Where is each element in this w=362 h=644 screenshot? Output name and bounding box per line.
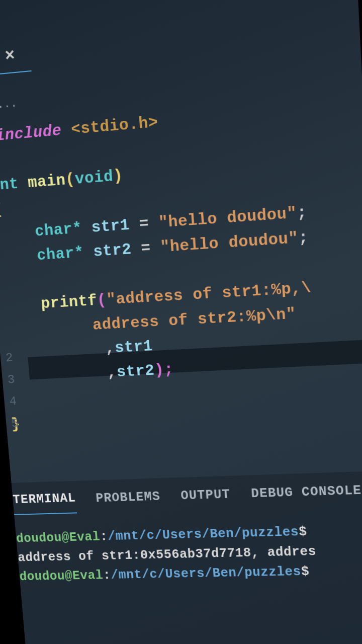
int-keyword: int <box>0 175 19 195</box>
void-keyword: void <box>74 167 114 188</box>
str2-var: str2 <box>93 240 132 261</box>
line-number: 3 <box>0 369 16 391</box>
tab-problems[interactable]: PROBLEMS <box>95 490 161 513</box>
line-number: 4 <box>1 390 18 413</box>
tab-output[interactable]: OUTPUT <box>180 487 231 510</box>
close-icon[interactable]: × <box>4 45 16 66</box>
line-number: 2 <box>0 347 14 369</box>
terminal-panel: TERMINAL PROBLEMS OUTPUT DEBUG CONSOLE d… <box>12 471 362 644</box>
code-editor[interactable]: › ... #include <stdio.h> int main(void) … <box>0 71 319 436</box>
line-number: 5 <box>3 413 20 435</box>
open-brace: { <box>0 200 3 219</box>
main-function: main <box>27 171 66 192</box>
printf-function: printf <box>40 292 98 313</box>
editor-window: p × › ... › ... #include <stdio.h> int m… <box>0 0 362 644</box>
tab-bar: × <box>0 44 32 74</box>
str1-arg: str1 <box>114 337 153 357</box>
char-keyword: char* <box>34 219 82 240</box>
char-keyword: char* <box>36 244 84 265</box>
str2-arg: str2 <box>116 361 155 381</box>
tab-debug-console[interactable]: DEBUG CONSOLE <box>251 483 362 509</box>
include-keyword: #include <box>0 121 62 146</box>
tab-terminal[interactable]: TERMINAL <box>12 491 77 515</box>
terminal-output[interactable]: doudou@Eval:/mnt/c/Users/Ben/puzzles$ ad… <box>14 505 362 587</box>
str1-var: str1 <box>90 216 130 236</box>
header-file: <stdio.h> <box>70 113 159 138</box>
